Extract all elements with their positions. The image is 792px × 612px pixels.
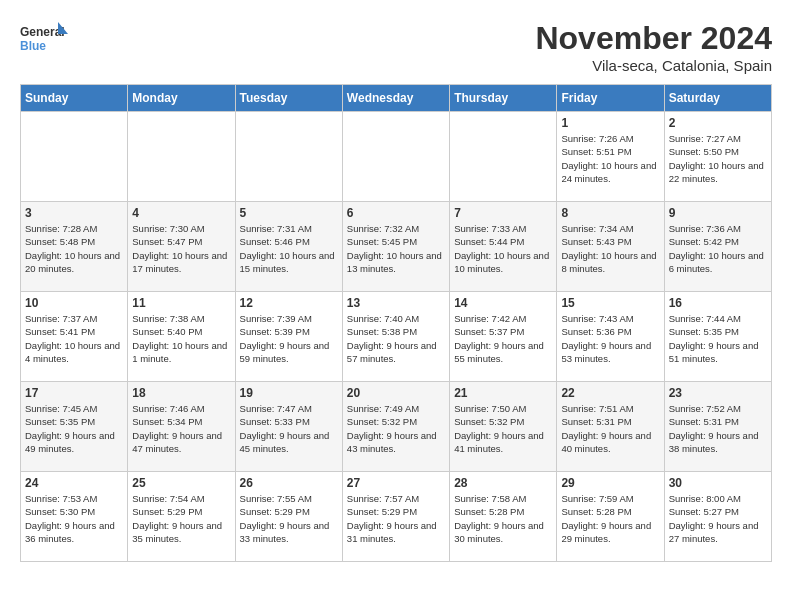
day-number: 24 <box>25 476 123 490</box>
day-cell: 28Sunrise: 7:58 AMSunset: 5:28 PMDayligh… <box>450 472 557 562</box>
day-number: 17 <box>25 386 123 400</box>
day-cell: 24Sunrise: 7:53 AMSunset: 5:30 PMDayligh… <box>21 472 128 562</box>
day-number: 9 <box>669 206 767 220</box>
day-cell: 12Sunrise: 7:39 AMSunset: 5:39 PMDayligh… <box>235 292 342 382</box>
day-info: Sunrise: 7:27 AMSunset: 5:50 PMDaylight:… <box>669 132 767 185</box>
day-cell: 11Sunrise: 7:38 AMSunset: 5:40 PMDayligh… <box>128 292 235 382</box>
day-info: Sunrise: 7:36 AMSunset: 5:42 PMDaylight:… <box>669 222 767 275</box>
day-cell: 22Sunrise: 7:51 AMSunset: 5:31 PMDayligh… <box>557 382 664 472</box>
day-number: 6 <box>347 206 445 220</box>
day-number: 5 <box>240 206 338 220</box>
header-monday: Monday <box>128 85 235 112</box>
day-number: 16 <box>669 296 767 310</box>
day-info: Sunrise: 7:54 AMSunset: 5:29 PMDaylight:… <box>132 492 230 545</box>
day-cell: 17Sunrise: 7:45 AMSunset: 5:35 PMDayligh… <box>21 382 128 472</box>
day-number: 10 <box>25 296 123 310</box>
day-number: 12 <box>240 296 338 310</box>
day-info: Sunrise: 7:43 AMSunset: 5:36 PMDaylight:… <box>561 312 659 365</box>
day-info: Sunrise: 7:58 AMSunset: 5:28 PMDaylight:… <box>454 492 552 545</box>
day-cell: 14Sunrise: 7:42 AMSunset: 5:37 PMDayligh… <box>450 292 557 382</box>
day-cell: 18Sunrise: 7:46 AMSunset: 5:34 PMDayligh… <box>128 382 235 472</box>
header-row: SundayMondayTuesdayWednesdayThursdayFrid… <box>21 85 772 112</box>
day-cell: 1Sunrise: 7:26 AMSunset: 5:51 PMDaylight… <box>557 112 664 202</box>
calendar-table: SundayMondayTuesdayWednesdayThursdayFrid… <box>20 84 772 562</box>
calendar-header: SundayMondayTuesdayWednesdayThursdayFrid… <box>21 85 772 112</box>
day-number: 30 <box>669 476 767 490</box>
day-number: 13 <box>347 296 445 310</box>
day-cell: 9Sunrise: 7:36 AMSunset: 5:42 PMDaylight… <box>664 202 771 292</box>
day-cell: 3Sunrise: 7:28 AMSunset: 5:48 PMDaylight… <box>21 202 128 292</box>
day-info: Sunrise: 7:33 AMSunset: 5:44 PMDaylight:… <box>454 222 552 275</box>
day-number: 28 <box>454 476 552 490</box>
day-cell: 25Sunrise: 7:54 AMSunset: 5:29 PMDayligh… <box>128 472 235 562</box>
day-info: Sunrise: 7:28 AMSunset: 5:48 PMDaylight:… <box>25 222 123 275</box>
page-header: General Blue November 2024 Vila-seca, Ca… <box>20 20 772 74</box>
day-info: Sunrise: 7:57 AMSunset: 5:29 PMDaylight:… <box>347 492 445 545</box>
header-tuesday: Tuesday <box>235 85 342 112</box>
day-info: Sunrise: 7:59 AMSunset: 5:28 PMDaylight:… <box>561 492 659 545</box>
day-cell: 6Sunrise: 7:32 AMSunset: 5:45 PMDaylight… <box>342 202 449 292</box>
day-number: 26 <box>240 476 338 490</box>
day-info: Sunrise: 7:34 AMSunset: 5:43 PMDaylight:… <box>561 222 659 275</box>
week-row-2: 3Sunrise: 7:28 AMSunset: 5:48 PMDaylight… <box>21 202 772 292</box>
day-cell <box>128 112 235 202</box>
day-number: 18 <box>132 386 230 400</box>
day-info: Sunrise: 7:40 AMSunset: 5:38 PMDaylight:… <box>347 312 445 365</box>
day-number: 15 <box>561 296 659 310</box>
day-cell: 16Sunrise: 7:44 AMSunset: 5:35 PMDayligh… <box>664 292 771 382</box>
svg-text:Blue: Blue <box>20 39 46 53</box>
day-info: Sunrise: 7:55 AMSunset: 5:29 PMDaylight:… <box>240 492 338 545</box>
day-number: 29 <box>561 476 659 490</box>
day-info: Sunrise: 7:32 AMSunset: 5:45 PMDaylight:… <box>347 222 445 275</box>
day-cell: 4Sunrise: 7:30 AMSunset: 5:47 PMDaylight… <box>128 202 235 292</box>
logo: General Blue <box>20 20 70 60</box>
day-info: Sunrise: 7:50 AMSunset: 5:32 PMDaylight:… <box>454 402 552 455</box>
day-number: 8 <box>561 206 659 220</box>
day-number: 2 <box>669 116 767 130</box>
svg-text:General: General <box>20 25 65 39</box>
day-number: 22 <box>561 386 659 400</box>
day-number: 23 <box>669 386 767 400</box>
day-number: 27 <box>347 476 445 490</box>
day-cell: 15Sunrise: 7:43 AMSunset: 5:36 PMDayligh… <box>557 292 664 382</box>
day-cell: 7Sunrise: 7:33 AMSunset: 5:44 PMDaylight… <box>450 202 557 292</box>
day-cell: 23Sunrise: 7:52 AMSunset: 5:31 PMDayligh… <box>664 382 771 472</box>
header-saturday: Saturday <box>664 85 771 112</box>
day-info: Sunrise: 7:37 AMSunset: 5:41 PMDaylight:… <box>25 312 123 365</box>
day-cell: 29Sunrise: 7:59 AMSunset: 5:28 PMDayligh… <box>557 472 664 562</box>
header-friday: Friday <box>557 85 664 112</box>
day-number: 21 <box>454 386 552 400</box>
day-info: Sunrise: 7:52 AMSunset: 5:31 PMDaylight:… <box>669 402 767 455</box>
day-number: 20 <box>347 386 445 400</box>
title-block: November 2024 Vila-seca, Catalonia, Spai… <box>535 20 772 74</box>
calendar-body: 1Sunrise: 7:26 AMSunset: 5:51 PMDaylight… <box>21 112 772 562</box>
day-info: Sunrise: 7:44 AMSunset: 5:35 PMDaylight:… <box>669 312 767 365</box>
svg-marker-2 <box>58 22 68 34</box>
day-cell: 2Sunrise: 7:27 AMSunset: 5:50 PMDaylight… <box>664 112 771 202</box>
page-title: November 2024 <box>535 20 772 57</box>
day-number: 19 <box>240 386 338 400</box>
day-info: Sunrise: 7:30 AMSunset: 5:47 PMDaylight:… <box>132 222 230 275</box>
day-info: Sunrise: 7:51 AMSunset: 5:31 PMDaylight:… <box>561 402 659 455</box>
day-info: Sunrise: 7:53 AMSunset: 5:30 PMDaylight:… <box>25 492 123 545</box>
day-cell <box>21 112 128 202</box>
day-number: 1 <box>561 116 659 130</box>
day-cell: 8Sunrise: 7:34 AMSunset: 5:43 PMDaylight… <box>557 202 664 292</box>
day-number: 11 <box>132 296 230 310</box>
header-wednesday: Wednesday <box>342 85 449 112</box>
header-sunday: Sunday <box>21 85 128 112</box>
day-cell <box>235 112 342 202</box>
day-number: 14 <box>454 296 552 310</box>
day-cell <box>450 112 557 202</box>
page-subtitle: Vila-seca, Catalonia, Spain <box>535 57 772 74</box>
week-row-3: 10Sunrise: 7:37 AMSunset: 5:41 PMDayligh… <box>21 292 772 382</box>
week-row-1: 1Sunrise: 7:26 AMSunset: 5:51 PMDaylight… <box>21 112 772 202</box>
day-number: 25 <box>132 476 230 490</box>
day-cell: 19Sunrise: 7:47 AMSunset: 5:33 PMDayligh… <box>235 382 342 472</box>
day-cell: 27Sunrise: 7:57 AMSunset: 5:29 PMDayligh… <box>342 472 449 562</box>
day-cell: 21Sunrise: 7:50 AMSunset: 5:32 PMDayligh… <box>450 382 557 472</box>
logo-svg: General Blue <box>20 20 70 60</box>
day-cell: 13Sunrise: 7:40 AMSunset: 5:38 PMDayligh… <box>342 292 449 382</box>
day-number: 3 <box>25 206 123 220</box>
week-row-5: 24Sunrise: 7:53 AMSunset: 5:30 PMDayligh… <box>21 472 772 562</box>
